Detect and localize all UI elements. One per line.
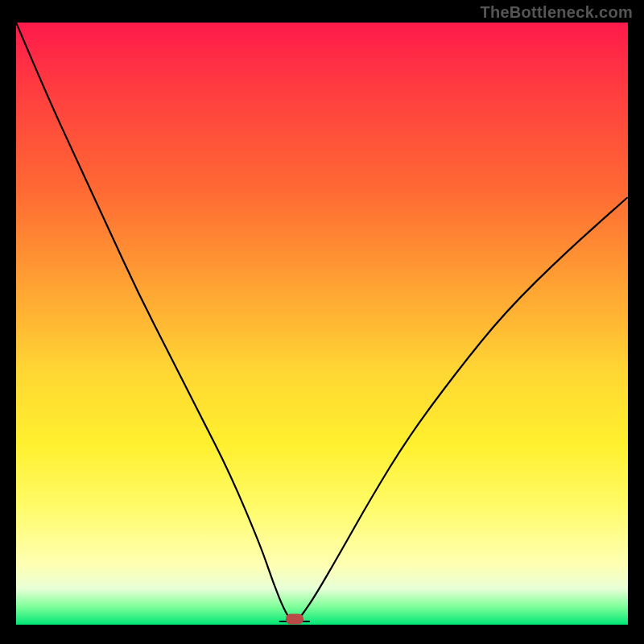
chart-frame: TheBottleneck.com [0, 0, 644, 644]
curve-path [16, 23, 628, 621]
minimum-marker [286, 614, 303, 625]
plot-area [16, 23, 628, 625]
watermark-text: TheBottleneck.com [480, 3, 633, 22]
bottleneck-curve [16, 23, 628, 625]
